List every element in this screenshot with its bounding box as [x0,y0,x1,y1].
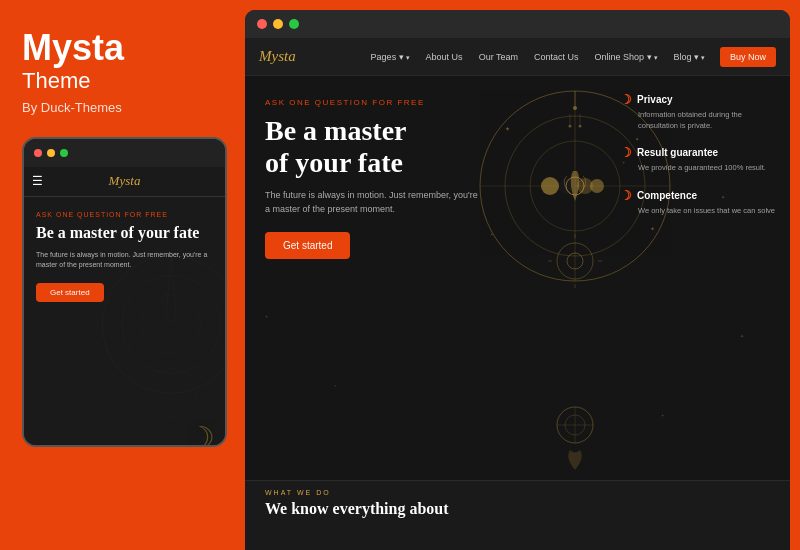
hero-features: ☽ Privacy Information obtained during th… [620,92,780,230]
brand-title: Mysta [22,28,223,68]
desktop-top-bar [245,10,790,38]
nav-item-contact[interactable]: Contact Us [527,48,586,66]
mobile-dot-green [60,149,68,157]
desktop-dot-red [257,19,267,29]
desktop-hero: ✦ ✦ ✦ ✦ [245,76,790,550]
feature-privacy: ☽ Privacy Information obtained during th… [620,92,780,131]
buy-now-button[interactable]: Buy Now [720,47,776,67]
brand-subtitle: Theme [22,68,223,94]
feature-competence: ☽ Competence We only take on issues that… [620,188,780,217]
left-panel: Mysta Theme By Duck-Themes ☰ Mysta ASK O… [0,0,245,550]
desktop-dot-yellow [273,19,283,29]
mobile-moon-icon: ☽ [188,420,215,447]
svg-text:✦: ✦ [661,413,665,418]
feature-guarantee-title: ☽ Result guarantee [620,145,780,160]
svg-point-0 [102,255,225,392]
hamburger-icon: ☰ [32,174,43,189]
nav-items: Pages ▾ About Us Our Team Contact Us Onl… [364,47,776,67]
feature-competence-desc: We only take on issues that we can solve [620,206,780,217]
mobile-astral-bg [24,197,225,444]
feature-competence-title: ☽ Competence [620,188,780,203]
svg-point-27 [569,125,572,128]
mobile-logo: Mysta [109,173,141,189]
feature-guarantee: ☽ Result guarantee We provide a guarante… [620,145,780,174]
mobile-mockup: ☰ Mysta ASK ONE QUESTION FOR FREE Be a m… [22,137,227,447]
nav-item-team[interactable]: Our Team [472,48,525,66]
feature-privacy-desc: Information obtained during the consulta… [620,110,780,131]
mobile-content: ASK ONE QUESTION FOR FREE Be a master of… [24,197,225,445]
svg-text:✦: ✦ [740,334,744,339]
mobile-top-bar [24,139,225,167]
crescent-icon-1: ☽ [620,92,632,107]
nav-item-shop[interactable]: Online Shop ▾ [588,48,665,66]
desktop-dot-green [289,19,299,29]
mobile-dot-yellow [47,149,55,157]
what-heading: We know everything about [265,500,770,518]
hero-desc: The future is always in motion. Just rem… [265,189,485,216]
feature-guarantee-desc: We provide a guaranteed 100% result. [620,163,780,174]
crescent-icon-2: ☽ [620,145,632,160]
what-we-do-section: WHAT WE DO We know everything about [245,480,790,550]
hero-cta-button[interactable]: Get started [265,232,350,259]
nav-item-about[interactable]: About Us [419,48,470,66]
svg-point-29 [579,125,582,128]
nav-item-pages[interactable]: Pages ▾ [364,48,417,66]
desktop-nav: Mysta Pages ▾ About Us Our Team Contact … [245,38,790,76]
right-panel: Mysta Pages ▾ About Us Our Team Contact … [245,10,790,550]
mobile-dot-red [34,149,42,157]
feature-privacy-title: ☽ Privacy [620,92,780,107]
mobile-header: ☰ Mysta [24,167,225,197]
hero-heading: Be a master of your fate [265,115,545,179]
svg-point-25 [573,106,577,110]
desktop-nav-logo: Mysta [259,48,296,65]
nav-item-blog[interactable]: Blog ▾ [667,48,712,66]
hero-content: ASK ONE QUESTION FOR FREE Be a master of… [245,76,565,550]
crescent-icon-3: ☽ [620,188,632,203]
brand-by: By Duck-Themes [22,100,223,115]
svg-point-13 [590,179,604,193]
ask-label: ASK ONE QUESTION FOR FREE [265,98,545,107]
what-label: WHAT WE DO [265,489,770,496]
